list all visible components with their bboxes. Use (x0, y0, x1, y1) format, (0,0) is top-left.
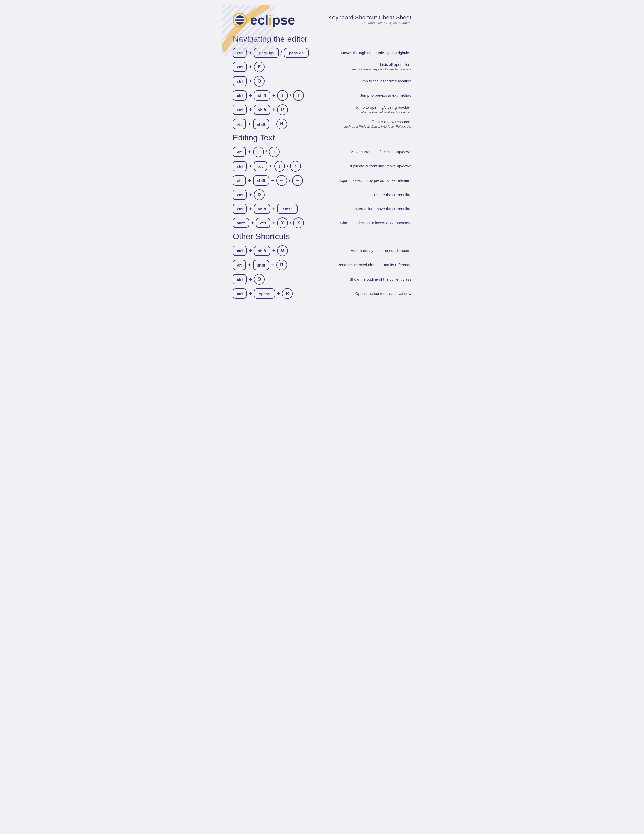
key-alt: alt (233, 175, 246, 186)
key-ctrl: ctrl (233, 105, 247, 115)
shortcut-desc: Move current line/selection up/down (320, 149, 411, 154)
section-other: Other Shortcuts ctrl + shift + O Automat… (233, 232, 411, 299)
shortcut-row: ctrl + shift + ↓ / ↑ Jump to previous/ne… (233, 90, 411, 101)
key-ctrl: ctrl (233, 288, 247, 299)
key-left: ← (276, 175, 287, 186)
shortcut-keys: ctrl + space + R (233, 288, 320, 299)
shortcut-row: ctrl + shift + P Jump to opening/closing… (233, 104, 411, 115)
shortcut-row: ctrl + space + R Opens the content assis… (233, 288, 411, 299)
shortcut-row: alt + shift + N Create a new resource, s… (233, 119, 411, 129)
shortcut-desc: Jump to opening/closing bracket, when a … (320, 105, 411, 115)
shortcut-row: alt + shift + ← / → Expand selection by … (233, 175, 411, 186)
shortcut-row: ctrl + D Delete the current line (233, 189, 411, 200)
key-x: X (293, 218, 304, 228)
key-ctrl: ctrl (256, 218, 270, 228)
shortcut-desc: Change selection to lowercase/uppercase (320, 220, 411, 225)
shortcut-row: ctrl + O Show the outline of the current… (233, 274, 411, 284)
key-o: O (254, 274, 265, 284)
key-down: ↓ (277, 90, 288, 101)
shortcut-desc: Show the outline of the current class (320, 277, 411, 282)
shortcut-desc: Create a new resource, such as a Project… (320, 119, 411, 129)
header: eclipse Keyboard Shortcut Cheat Sheet Th… (233, 13, 411, 27)
key-q: Q (254, 76, 265, 87)
key-r: R (276, 260, 287, 270)
key-ctrl: ctrl (233, 204, 247, 214)
shortcut-keys: ctrl + shift + enter (233, 204, 320, 214)
key-shift: shift (254, 105, 270, 115)
key-right: → (292, 175, 303, 186)
shortcut-keys: ctrl + D (233, 189, 320, 200)
key-alt: alt (254, 161, 267, 171)
cheat-sheet-title: Keyboard Shortcut Cheat Sheet (328, 14, 411, 21)
header-right: Keyboard Shortcut Cheat Sheet The most u… (328, 13, 411, 25)
shortcut-keys: ctrl + Q (233, 76, 320, 87)
shortcut-desc: Rename selected element and its referenc… (320, 262, 411, 268)
shortcut-row: ctrl + E Lists all open files, then use … (233, 61, 411, 72)
key-down: ↓ (253, 147, 264, 157)
key-r: R (282, 288, 293, 299)
shortcut-row: alt + ↓ / ↑ Move current line/selection … (233, 147, 411, 157)
key-down: ↓ (274, 161, 285, 171)
shortcut-keys: ctrl + shift + ↓ / ↑ (233, 90, 320, 101)
shortcut-keys: alt + shift + N (233, 119, 320, 129)
key-shift: shift (253, 175, 270, 186)
key-ctrl: ctrl (233, 62, 247, 72)
key-ctrl: ctrl (233, 76, 247, 86)
key-shift: shift (254, 91, 270, 100)
key-up: ↑ (290, 161, 301, 171)
key-alt: alt (233, 260, 246, 270)
key-shift: shift (253, 260, 270, 270)
key-p: P (277, 104, 288, 115)
key-ctrl: ctrl (233, 246, 247, 256)
shortcut-keys: alt + shift + R (233, 260, 320, 270)
shortcut-desc: Duplicate current line, move up/down (320, 164, 411, 169)
shortcut-row: ctrl + Q Jump to the last edited locatio… (233, 76, 411, 87)
key-shift: shift (253, 119, 270, 129)
shortcut-keys: ctrl + shift + P (233, 104, 320, 115)
cheat-sheet-subtitle: The most useful Eclipse shortcuts (328, 21, 411, 25)
shortcut-keys: shift + ctrl + Y / X (233, 218, 320, 228)
key-enter: enter (277, 204, 297, 214)
key-ctrl: ctrl (233, 91, 247, 100)
section-title-other: Other Shortcuts (233, 232, 411, 241)
shortcut-desc: Expand selection by previous/next elemen… (320, 178, 411, 183)
shortcut-desc: Jump to the last edited location (320, 79, 411, 84)
key-shift: shift (254, 204, 270, 214)
shortcut-desc: Jump to previous/next method (320, 93, 411, 98)
key-y: Y (277, 218, 288, 228)
logo-area: eclipse (233, 13, 295, 27)
shortcut-keys: ctrl + shift + O (233, 245, 320, 256)
shortcut-row: alt + shift + R Rename selected element … (233, 260, 411, 270)
key-shift: shift (233, 218, 249, 228)
key-ctrl: ctrl (233, 161, 247, 171)
shortcut-keys: ctrl + O (233, 274, 320, 284)
section-title-editing: Editing Text (233, 133, 411, 142)
shortcut-keys: ctrl + alt + ↓ / ↑ (233, 161, 320, 171)
shortcut-keys: alt + shift + ← / → (233, 175, 320, 186)
shortcut-desc: Automatically insert needed imports (320, 248, 411, 253)
shortcut-desc: Delete the current line (320, 192, 411, 197)
shortcut-row: ctrl + alt + ↓ / ↑ Duplicate current lin… (233, 161, 411, 171)
key-o: O (277, 245, 288, 256)
shortcut-desc: Opens the content assist window (320, 291, 411, 296)
key-n: N (276, 119, 287, 129)
key-shift: shift (254, 246, 270, 256)
logo-text: eclipse (250, 13, 295, 27)
shortcut-keys: ctrl + E (233, 61, 320, 72)
shortcut-desc: Lists all open files, then use arrow key… (320, 62, 411, 72)
shortcut-desc: Moves through editor tabs, going right/l… (320, 50, 411, 55)
shortcut-row: shift + ctrl + Y / X Change selection to… (233, 218, 411, 228)
page: eclipse Keyboard Shortcut Cheat Sheet Th… (223, 5, 421, 313)
eclipse-logo-icon (233, 13, 247, 27)
key-alt: alt (233, 147, 246, 157)
key-up: ↑ (269, 147, 280, 157)
key-alt: alt (233, 119, 246, 129)
key-d: D (254, 189, 265, 200)
shortcut-desc: Insert a line above the current line (320, 206, 411, 212)
shortcut-row: ctrl + shift + O Automatically insert ne… (233, 245, 411, 256)
shortcut-row: ctrl + shift + enter Insert a line above… (233, 204, 411, 214)
section-editing: Editing Text alt + ↓ / ↑ Move current li… (233, 133, 411, 228)
key-up: ↑ (293, 90, 304, 101)
key-e: E (254, 61, 265, 72)
key-space: space (254, 288, 275, 299)
